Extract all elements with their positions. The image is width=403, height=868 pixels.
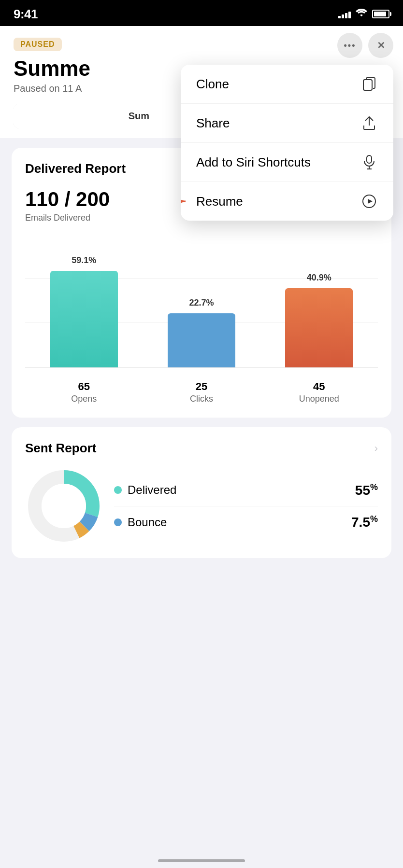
- sent-report-header: Sent Report ›: [25, 441, 378, 456]
- emails-delivered-value: 110 / 200: [25, 188, 110, 211]
- menu-item-clone[interactable]: Clone: [181, 65, 393, 104]
- delivered-label-group: Delivered: [114, 483, 176, 497]
- sent-report-content: Delivered 55% Bounce 7.5%: [25, 467, 378, 545]
- bounce-stat-label: Bounce: [128, 516, 167, 529]
- svg-point-11: [42, 484, 86, 528]
- menu-item-resume[interactable]: Resume: [181, 182, 393, 221]
- main-content: ••• ✕ PAUSED Summe Paused on 11 A Sum Cl…: [0, 26, 403, 577]
- bar-labels: 65 Opens 25 Clicks 45 Unopened: [25, 376, 378, 404]
- campaign-header: ••• ✕ PAUSED Summe Paused on 11 A Sum Cl…: [0, 26, 403, 138]
- delivered-stat-row: Delivered 55%: [114, 475, 378, 506]
- unopened-bar: [285, 288, 353, 367]
- close-button[interactable]: ✕: [368, 33, 393, 58]
- delivered-stat-value: 55%: [355, 482, 378, 498]
- unopened-label-group: 45 Unopened: [260, 376, 378, 404]
- unopened-name: Unopened: [260, 394, 378, 404]
- emails-delivered-group: 110 / 200 Emails Delivered: [25, 188, 110, 223]
- close-icon: ✕: [377, 40, 385, 51]
- bounce-stat-value: 7.5%: [351, 514, 378, 530]
- clicks-count: 25: [143, 380, 260, 393]
- svg-rect-1: [367, 155, 372, 163]
- delivered-report-title: Delivered Report: [25, 161, 126, 176]
- play-icon: [360, 193, 378, 210]
- battery-icon: [372, 10, 389, 18]
- clicks-bar: [168, 313, 235, 367]
- clicks-name: Clicks: [143, 394, 260, 404]
- opens-name: Opens: [25, 394, 143, 404]
- svg-rect-0: [363, 80, 372, 90]
- share-label: Share: [196, 116, 230, 131]
- siri-shortcuts-label: Add to Siri Shortcuts: [196, 155, 311, 170]
- clicks-percent: 22.7%: [189, 298, 214, 308]
- sent-report-card: Sent Report ›: [12, 427, 391, 558]
- clicks-label-group: 25 Clicks: [143, 376, 260, 404]
- header-actions: ••• ✕: [337, 33, 393, 58]
- menu-item-siri[interactable]: Add to Siri Shortcuts: [181, 143, 393, 182]
- resume-label: Resume: [196, 194, 243, 209]
- svg-marker-6: [368, 199, 373, 204]
- bar-chart: 59.1% 22.7% 40.9%: [25, 233, 378, 368]
- bar-chart-container: 59.1% 22.7% 40.9%: [25, 233, 378, 404]
- share-icon: [360, 114, 378, 132]
- bar-group-clicks: 22.7%: [143, 233, 260, 367]
- sent-chevron-right-icon[interactable]: ›: [374, 442, 378, 455]
- bounce-stat-row: Bounce 7.5%: [114, 506, 378, 538]
- bounce-label-group: Bounce: [114, 516, 167, 529]
- paused-badge: PAUSED: [14, 38, 62, 51]
- signal-bars-icon: [338, 10, 351, 18]
- opens-bar: [50, 271, 118, 367]
- menu-item-share[interactable]: Share: [181, 104, 393, 143]
- donut-chart: [25, 467, 102, 545]
- sent-stats: Delivered 55% Bounce 7.5%: [114, 475, 378, 538]
- bar-group-opens: 59.1%: [25, 233, 143, 367]
- unopened-count: 45: [260, 380, 378, 393]
- delivered-stat-label: Delivered: [128, 483, 176, 497]
- more-dots-icon: •••: [344, 41, 356, 51]
- delivered-dot: [114, 486, 122, 494]
- sent-report-title: Sent Report: [25, 441, 96, 456]
- bar-group-unopened: 40.9%: [260, 233, 378, 367]
- unopened-percent: 40.9%: [307, 273, 331, 283]
- more-button[interactable]: •••: [337, 33, 362, 58]
- home-indicator: [158, 859, 245, 862]
- opens-count: 65: [25, 380, 143, 393]
- opens-label-group: 65 Opens: [25, 376, 143, 404]
- dropdown-menu: Clone Share Add to Siri Shortcuts: [181, 65, 393, 221]
- mic-icon: [360, 154, 378, 171]
- emails-delivered-label: Emails Delivered: [25, 213, 110, 223]
- status-time: 9:41: [14, 7, 38, 22]
- status-bar: 9:41: [0, 0, 403, 26]
- resume-arrow-indicator: [181, 193, 190, 210]
- clone-icon: [360, 75, 378, 93]
- bounce-dot: [114, 518, 122, 526]
- clone-label: Clone: [196, 77, 229, 92]
- opens-percent: 59.1%: [72, 255, 96, 266]
- wifi-icon: [356, 9, 367, 20]
- status-icons: [338, 9, 389, 20]
